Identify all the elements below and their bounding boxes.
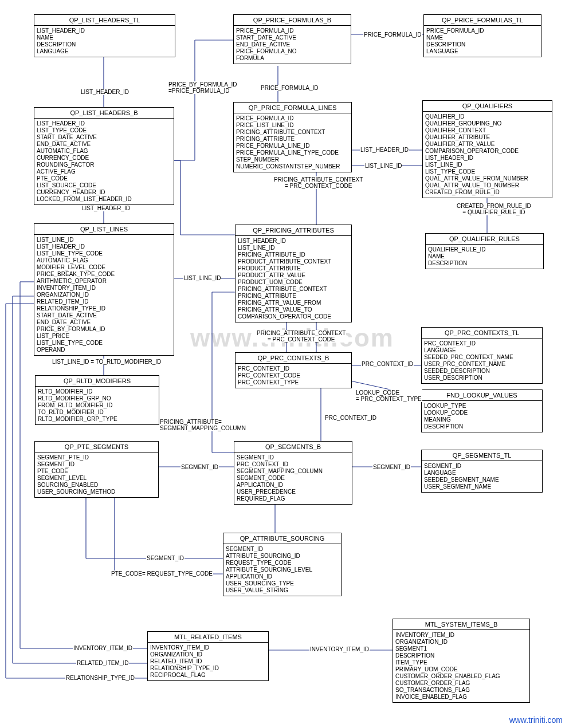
field: LANGUAGE xyxy=(37,48,172,55)
field: PRC_CONTEXT_ID xyxy=(424,340,540,347)
field: LIST_LINE_TYPE_CODE xyxy=(37,250,171,257)
entity-title: QP_PRC_CONTEXTS_TL xyxy=(422,328,542,339)
field: LIST_HEADER_ID xyxy=(37,120,171,127)
field: PRICING_ATTRIBUTE_ID xyxy=(238,251,349,258)
entity-fields: PRC_CONTEXT_IDPRC_CONTEXT_CODEPRC_CONTEX… xyxy=(236,364,351,388)
entity-title: MTL_RELATED_ITEMS xyxy=(148,632,268,643)
field: LIST_LINE_ID xyxy=(37,237,171,243)
entity-fields: QUALIFIER_IDQUALIFIER_GROUPING_NOQUALIFI… xyxy=(423,112,552,198)
field: PRICE_FORMULA_LINE_TYPE_CODE xyxy=(236,149,349,156)
field: LIST_TYPE_CODE xyxy=(425,168,550,175)
field: USER_DESCRIPTION xyxy=(424,375,540,381)
rel-label: LIST_HEADER_ID xyxy=(81,205,131,211)
field: NAME xyxy=(37,34,172,41)
field: USER_VALUE_STRING xyxy=(226,587,339,594)
rel-label: PRICE_FORMULA_ID xyxy=(260,85,319,91)
field: PRC_CONTEXT_ID xyxy=(238,365,349,372)
field: SEGMENT_LEVEL xyxy=(37,475,156,482)
field: PRIMARY_UOM_CODE xyxy=(395,666,527,673)
entity-qp-qualifiers: QP_QUALIFIERS QUALIFIER_IDQUALIFIER_GROU… xyxy=(422,100,552,198)
entity-mtl-related-items: MTL_RELATED_ITEMS INVENTORY_ITEM_IDORGAN… xyxy=(147,631,269,681)
entity-fields: RLTD_MODIFIER_IDRLTD_MODIFIER_GRP_NOFROM… xyxy=(36,387,159,424)
entity-qp-attribute-sourcing: QP_ATTRIBUTE_SOURCING SEGMENT_IDATTRIBUT… xyxy=(223,533,342,596)
rel-label: LIST_LINE_ID = TO_RLTD_MODIFIER_ID xyxy=(52,359,162,365)
field: COMPARISON_OPERATOR_CODE xyxy=(425,148,550,155)
field: LANGUAGE xyxy=(424,470,540,477)
field: USER_SOURCING_METHOD xyxy=(37,489,156,495)
entity-title: FND_LOOKUP_VALUES xyxy=(422,390,542,401)
field: LIST_LINE_ID xyxy=(238,245,349,251)
field: RELATED_ITEM_ID xyxy=(37,298,171,305)
field: SEEDED_PRC_CONTEXT_NAME xyxy=(424,354,540,361)
entity-title: QP_LIST_LINES xyxy=(34,224,174,235)
field: SEGMENT_MAPPING_COLUMN xyxy=(237,468,350,475)
field: RLTD_MODIFIER_ID xyxy=(38,388,156,395)
entity-fields: PRC_CONTEXT_IDLANGUAGESEEDED_PRC_CONTEXT… xyxy=(422,339,542,383)
footer-url: www.triniti.com xyxy=(509,715,563,725)
field: PRICE_FORMULA_ID xyxy=(426,27,539,34)
field: CREATED_FROM_RULE_ID xyxy=(425,189,550,196)
field: SEGMENT_ID xyxy=(226,546,339,553)
entity-fields: LOOKUP_TYPELOOKUP_CODEMEANINGDESCRIPTION xyxy=(422,401,542,432)
rel-label: LIST_HEADER_ID xyxy=(360,147,409,153)
field: SO_TRANSACTIONS_FLAG xyxy=(395,687,527,694)
field: LIST_PRICE xyxy=(37,333,171,340)
entity-title: QP_LIST_HEADERS_B xyxy=(34,108,174,119)
field: PRODUCT_ATTR_VALUE xyxy=(238,272,349,279)
rel-label: PTE_CODE= REQUEST_TYPE_CODE xyxy=(111,570,213,577)
field: MEANING xyxy=(424,416,540,423)
entity-title: QP_PTE_SEGMENTS xyxy=(35,442,158,452)
field: NAME xyxy=(428,253,541,260)
entity-qp-list-lines: QP_LIST_LINES LIST_LINE_IDLIST_HEADER_ID… xyxy=(34,223,174,356)
field: LIST_LINE_TYPE_CODE xyxy=(37,340,171,347)
field: REQUEST_TYPE_CODE xyxy=(226,560,339,566)
field: RLTD_MODIFIER_GRP_NO xyxy=(38,395,156,402)
entity-title: QP_SEGMENTS_B xyxy=(234,442,352,452)
field: ARITHMETIC_OPERATOR xyxy=(37,278,171,285)
field: PRICE_LIST_LINE_ID xyxy=(236,122,349,129)
entity-title: QP_RLTD_MODIFIERS xyxy=(36,376,159,387)
entity-fields: SEGMENT_IDLANGUAGESEEDED_SEGMENT_NAMEUSE… xyxy=(422,461,542,492)
rel-label: PRICE_FORMULA_ID xyxy=(363,32,422,38)
field: TO_RLTD_MODIFIER_ID xyxy=(38,409,156,416)
field: CUSTOMER_ORDER_ENABLED_FLAG xyxy=(395,673,527,680)
field: RECIPROCAL_FLAG xyxy=(150,672,266,679)
field: USER_PRC_CONTEXT_NAME xyxy=(424,361,540,368)
field: PRODUCT_ATTRIBUTE xyxy=(238,265,349,272)
field: PRICE_FORMULA_NO xyxy=(236,48,348,55)
field: LIST_HEADER_ID xyxy=(37,27,172,34)
field: RELATIONSHIP_TYPE_ID xyxy=(37,305,171,312)
entity-fields: SEGMENT_IDATTRIBUTE_SOURCING_IDREQUEST_T… xyxy=(223,544,341,596)
field: SEEDED_DESCRIPTION xyxy=(424,368,540,375)
field: QUALIFIER_GROUPING_NO xyxy=(425,120,550,127)
field: LIST_HEADER_ID xyxy=(37,243,171,250)
field: LIST_HEADER_ID xyxy=(238,238,349,245)
field: SEGMENT_ID xyxy=(237,454,350,461)
field: OPERAND xyxy=(37,347,171,353)
field: PRICE_FORMULA_ID xyxy=(236,115,349,122)
entity-title: QP_PRICING_ATTRIBUTES xyxy=(236,225,351,236)
field: PRICE_FORMULA_ID xyxy=(236,27,348,34)
field: PRICE_FORMULA_LINE_ID xyxy=(236,143,349,149)
field: LIST_SOURCE_CODE xyxy=(37,182,171,189)
field: PRODUCT_UOM_CODE xyxy=(238,279,349,286)
field: PRICING_ATTRIBUTE xyxy=(236,136,349,143)
field: ATTRIBUTE_SOURCING_ID xyxy=(226,553,339,560)
field: LANGUAGE xyxy=(424,347,540,354)
field: RELATIONSHIP_TYPE_ID xyxy=(150,665,266,672)
entity-fields: QUALIFIER_RULE_IDNAMEDESCRIPTION xyxy=(426,245,543,269)
entity-qp-segments-b: QP_SEGMENTS_B SEGMENT_IDPRC_CONTEXT_IDSE… xyxy=(234,441,352,505)
entity-title: QP_PRC_CONTEXTS_B xyxy=(236,353,351,364)
entity-fields: PRICE_FORMULA_IDPRICE_LIST_LINE_IDPRICIN… xyxy=(234,113,351,172)
entity-qp-rltd-modifiers: QP_RLTD_MODIFIERS RLTD_MODIFIER_IDRLTD_M… xyxy=(35,375,159,425)
field: INVOICE_ENABLED_FLAG xyxy=(395,694,527,701)
field: QUALIFIER_ID xyxy=(425,113,550,120)
field: DESCRIPTION xyxy=(395,652,527,659)
field: START_DATE_ACTIVE xyxy=(236,34,348,41)
entity-title: QP_PRICE_FORMULAS_B xyxy=(234,15,351,26)
field: PRICE_BY_FORMULA_ID xyxy=(37,326,171,333)
field: SOURCING_ENABLED xyxy=(37,482,156,489)
field: QUAL_ATTR_VALUE_TO_NUMBER xyxy=(425,182,550,189)
rel-label: INVENTORY_ITEM_ID xyxy=(73,645,133,651)
rel-label: PRICING_ATTRIBUTE_CONTEXT = PRC_CONTEXT_… xyxy=(273,176,363,189)
